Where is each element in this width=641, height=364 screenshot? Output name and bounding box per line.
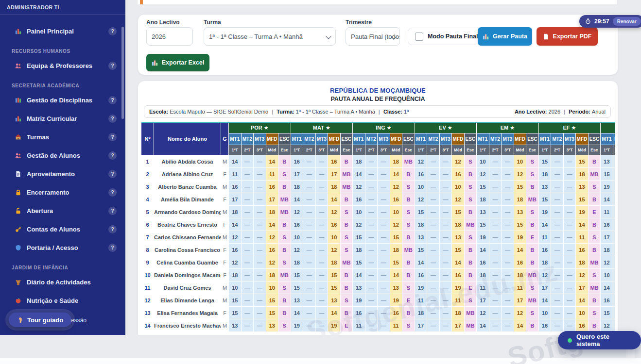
tour-guiado-button[interactable]: Tour guiado xyxy=(9,313,71,327)
grade-esc: B xyxy=(341,218,353,231)
mark-type-header: MFD xyxy=(390,133,403,145)
sidebar-item-equipa-professores[interactable]: Equipa & Professores? xyxy=(0,56,125,75)
student-gender: F xyxy=(221,193,229,206)
mark-type-header: MT1 xyxy=(291,133,304,145)
grade-esc: B xyxy=(589,319,601,332)
sidebar-item-aproveitamento[interactable]: Aproveitamento? xyxy=(0,165,125,183)
grade-mt1: 12 xyxy=(229,256,242,269)
grade-mt3: — xyxy=(254,256,266,269)
trimestre-select[interactable]: Pauta Final (todos) xyxy=(346,27,400,46)
checkbox-icon[interactable] xyxy=(415,33,423,41)
sidebar-item-portaria-acesso[interactable]: Portaria / Acesso? xyxy=(0,238,125,257)
grade-mfd: 14 xyxy=(514,319,527,332)
grade-mt1: 16 xyxy=(353,193,365,206)
exportar-pdf-button[interactable]: Exportar PDF xyxy=(537,27,598,46)
grade-mt3: — xyxy=(564,281,576,294)
grade-mt2: — xyxy=(303,168,316,181)
ano-lectivo-input[interactable]: 2026 xyxy=(146,27,193,46)
grade-mfd: 15 xyxy=(452,206,465,218)
sidebar-item-encerramento[interactable]: Encerramento? xyxy=(0,183,125,201)
mark-type-header: MT3 xyxy=(564,133,576,145)
mark-type-header: MT1 xyxy=(229,133,242,145)
mark-type-header: MT2 xyxy=(551,133,564,145)
grade-mfd: 12 xyxy=(576,269,589,281)
sidebar-item-diario-actividades[interactable]: Diário de Actividades xyxy=(0,273,125,291)
grade-mfd: 16 xyxy=(328,155,341,168)
grade-mt2: — xyxy=(427,269,440,281)
help-badge[interactable]: ? xyxy=(108,207,117,215)
sidebar-item-gestao-alunos[interactable]: Gestão de Alunos? xyxy=(0,146,125,165)
help-badge[interactable]: ? xyxy=(108,27,117,35)
grade-mfd: 16 xyxy=(514,256,527,269)
sidebar-nav: Painel Principal?RECURSOS HUMANOSEquipa … xyxy=(0,15,125,310)
sidebar-item-matriz-curricular[interactable]: Matriz Curricular? xyxy=(0,109,125,128)
grade-mt1: 17 xyxy=(539,281,552,294)
student-gender: F xyxy=(221,256,229,269)
grade-esc: MB xyxy=(589,168,601,181)
grade-mt1: 15 xyxy=(291,269,304,281)
help-badge[interactable]: ? xyxy=(108,96,117,104)
help-badge[interactable]: ? xyxy=(108,244,117,252)
meta-classe-value: 1ª xyxy=(404,109,409,115)
mark-type-header: MT2 xyxy=(365,133,378,145)
grade-mfd: 16 xyxy=(452,269,465,281)
term-header: 3ºT xyxy=(316,145,329,155)
grade-mt1: 14 xyxy=(291,307,304,319)
student-name: Celina Cuamba Guambe xyxy=(154,256,221,269)
grade-mfd: 18 xyxy=(328,181,341,193)
help-badge[interactable]: ? xyxy=(108,62,117,70)
grade-extra: 13 xyxy=(601,155,613,168)
help-badge[interactable]: ? xyxy=(108,151,117,160)
unlock-icon xyxy=(15,208,22,214)
grade-mt2: — xyxy=(551,307,564,319)
grade-esc: S xyxy=(526,281,539,294)
sidebar-item-nutricao-saude[interactable]: Nutrição e Saúde xyxy=(0,291,125,310)
grade-mt3: — xyxy=(440,231,452,244)
grade-mt1: 18 xyxy=(415,307,428,319)
help-badge[interactable]: ? xyxy=(108,115,117,123)
modo-pauta-final-toggle[interactable]: Modo Pauta Final xyxy=(408,28,485,45)
help-badge[interactable]: ? xyxy=(108,188,117,197)
sidebar-item-turmas[interactable]: Turmas? xyxy=(0,128,125,146)
grade-mfd: 15 xyxy=(390,256,403,269)
grade-mfd: 16 xyxy=(266,244,279,256)
grade-mt2: — xyxy=(551,155,564,168)
report-card: REPÚBLICA DE MOÇAMBIQUE PAUTA ANUAL DE F… xyxy=(138,81,618,335)
gerar-pauta-button[interactable]: Gerar Pauta xyxy=(478,27,532,46)
grade-mt3: — xyxy=(316,256,329,269)
exportar-excel-button[interactable]: Exportar Excel xyxy=(146,54,209,71)
grade-mt2: — xyxy=(489,307,502,319)
renovar-button[interactable]: Renovar xyxy=(613,17,641,26)
grade-mt2: — xyxy=(303,281,316,294)
quero-este-sistema-button[interactable]: Quero este sistema xyxy=(558,331,641,349)
grade-mfd: 12 xyxy=(266,231,279,244)
help-badge[interactable]: ? xyxy=(108,170,117,178)
grade-mt1: 16 xyxy=(291,155,304,168)
sidebar-item-contas-alunos[interactable]: Contas de Alunos? xyxy=(0,220,125,238)
grade-mt2: — xyxy=(427,218,440,231)
grade-mt3: — xyxy=(564,231,576,244)
turma-select[interactable]: 1ª - 1ª Classe – Turma A • Manhã xyxy=(204,27,336,46)
sidebar-item-label: Encerramento xyxy=(27,189,69,196)
sidebar-item-label: Painel Principal xyxy=(27,28,74,35)
mark-type-header: MT3 xyxy=(378,133,390,145)
sidebar-scrollbar[interactable] xyxy=(121,27,124,119)
grade-esc: S xyxy=(402,319,415,332)
sidebar-section-header: RECURSOS HUMANOS xyxy=(0,46,125,56)
grade-extra: 18 xyxy=(613,231,615,244)
session-timer-value: 29:57 xyxy=(594,18,609,25)
pauta-table-wrapper: NºNome do AlunoGPOR ★MAT ★ING ★EV ★EM ★E… xyxy=(141,122,615,335)
help-badge[interactable]: ? xyxy=(108,133,117,141)
grade-mt1: 13 xyxy=(291,294,304,307)
sidebar-item-abertura[interactable]: Abertura? xyxy=(0,201,125,220)
grade-mt2: — xyxy=(427,319,440,332)
help-badge[interactable]: ? xyxy=(108,225,117,233)
sidebar-item-gestao-disciplinas[interactable]: Gestão de Disciplinas? xyxy=(0,91,125,109)
grade-mt3: — xyxy=(316,294,329,307)
grade-mfd: 16 xyxy=(390,193,403,206)
grade-mt2: — xyxy=(303,193,316,206)
grade-esc: MB xyxy=(402,244,415,256)
sidebar-item-painel-principal[interactable]: Painel Principal? xyxy=(0,22,125,40)
key-icon xyxy=(15,226,22,232)
sidebar-section-header: JARDIM DE INFÂNCIA xyxy=(0,262,125,273)
